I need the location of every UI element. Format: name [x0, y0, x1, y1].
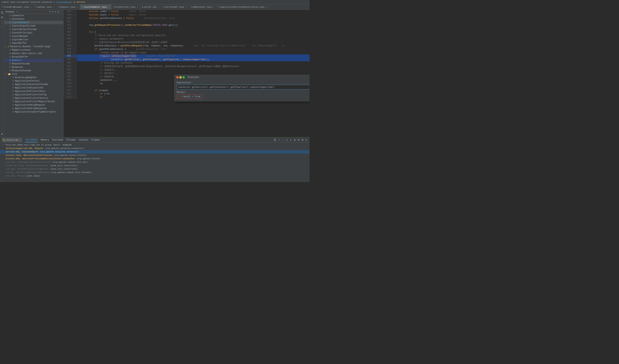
item-name: CoyotePrincipal [12, 31, 32, 34]
close-button-traffic[interactable] [176, 76, 179, 79]
debug-tab-variables[interactable]: Variables [25, 138, 38, 142]
stack-frame-5[interactable]: run:345, JIoEndpoint$SocketProcessor (or… [0, 160, 310, 164]
debug-close-icon[interactable]: ✕ [19, 139, 21, 141]
sidebar-item-applicationjspconfigdescriptor[interactable]: C ApplicationJspConfigDescriptor [4, 110, 63, 114]
tab-request[interactable]: C Request.java ✕ [56, 4, 80, 10]
sidebar-item-coyotereader[interactable]: C CoyoteReader [4, 35, 63, 38]
breadcrumb-java[interactable]: java [10, 1, 15, 3]
sidebar-item-applicationfilterconfig[interactable]: C ApplicationFilterConfig [4, 93, 63, 97]
sidebar-item-applicationhttpresponse[interactable]: C ApplicationHttpResponse [4, 107, 63, 110]
sidebar-item-constants[interactable]: C Constants [4, 17, 63, 21]
sidebar-item-request[interactable]: C Request [4, 59, 63, 62]
tab-httpservlet[interactable]: C HttpServlet.java ✕ [111, 4, 140, 10]
sort-icon[interactable]: ⇅ [55, 11, 56, 13]
settings-icon[interactable]: ⚙ [1, 133, 3, 136]
close-icon[interactable]: ✕ [30, 6, 32, 8]
code-editor[interactable]: 448 boolean comet = false; comet: false … [63, 10, 310, 137]
sidebar-item-mbeans[interactable]: ⚙ mbeans-descriptors.xml [4, 52, 63, 55]
c-type-icon: C [13, 77, 14, 79]
sidebar-item-inputbuffer[interactable]: C InputBuffer [4, 42, 63, 45]
close-icon[interactable]: ✕ [158, 6, 159, 8]
project-dropdown-icon[interactable]: ▾ [16, 11, 18, 13]
collapse-icon[interactable]: − [60, 11, 62, 13]
sidebar-item-responsefacade[interactable]: C ResponseFacade [4, 69, 63, 72]
sidebar-item-coyoteadapter[interactable]: C CoyoteAdapter [4, 21, 63, 24]
breadcrumb-tomcat[interactable]: tomcat [1, 1, 9, 3]
sidebar-item-coyotewriter[interactable]: C CoyoteWriter [4, 38, 63, 42]
sidebar-item-applicationfilterfactory[interactable]: C ApplicationFilterFactory [4, 97, 63, 100]
breadcrumb-apache[interactable]: apache [21, 1, 29, 3]
close-icon[interactable]: ✕ [186, 6, 187, 8]
close-icon[interactable]: ✕ [77, 6, 78, 8]
collapse-icon[interactable]: ⊟ [297, 138, 300, 142]
tab-standardwrapper[interactable]: C StandardWrapper.java ✕ [0, 4, 34, 10]
debug-tab-threads[interactable]: Threads [66, 138, 76, 142]
sidebar-item-applicationcontextfacade[interactable]: C ApplicationContextFacade [4, 83, 63, 86]
sidebar-item-connector[interactable]: C Connector [4, 14, 63, 17]
sidebar-item-outputbuffer[interactable]: C OutputBuffer [4, 55, 63, 59]
sidebar-item-response[interactable]: C Response [4, 66, 63, 69]
debug-tab-memory[interactable]: Memory [41, 138, 49, 142]
step-out-icon[interactable]: ↥ [289, 138, 292, 142]
debug-tab-overhead[interactable]: Overhead [52, 138, 63, 142]
stack-frame-7[interactable]: run:624, ThreadPoolExecutor$Worker (java… [0, 167, 310, 171]
sidebar-item-coyoteprincipal[interactable]: C CoyotePrincipal [4, 31, 63, 35]
step-over-icon[interactable]: ⤵ [286, 138, 288, 142]
stack-frame-6[interactable]: runWorker:1149, ThreadPoolExecutor (java… [0, 164, 310, 167]
stack-frame-9[interactable]: run:748, Thread (java.lang) [0, 174, 310, 178]
sidebar-item-core-folder[interactable]: ▼ 📁 core [4, 72, 63, 76]
stack-frame-3[interactable]: process:1183, AbstractHttp11Processor (o… [0, 154, 310, 157]
tab-applicationservlet[interactable]: C ApplicationServletRegistration.java ✕ [216, 4, 269, 10]
sidebar-item-accesslogadapter[interactable]: C AccessLogAdapter [4, 76, 63, 79]
up-icon[interactable]: ↑ [278, 138, 281, 142]
item-name: Resource Bundle 'LocalStrings' [10, 45, 52, 48]
debug-tab-frames[interactable]: Frames [92, 138, 100, 142]
scope-icon[interactable]: ⊙ [49, 11, 51, 13]
debug-tab-console[interactable]: Console [79, 138, 88, 142]
stack-frame-4[interactable]: process:658, AbstractProtocol$AbstractCo… [0, 157, 310, 160]
hierarchy-icon[interactable]: ⋮ [1, 20, 3, 24]
stack-frame-1[interactable]: setAsyncSupported:459, Request (org.apac… [0, 147, 310, 150]
minimize-button-traffic[interactable] [179, 76, 182, 79]
expression-input[interactable] [177, 85, 310, 89]
sidebar-item-applicationdispatcher[interactable]: C ApplicationDispatcher [4, 86, 63, 90]
sidebar-item-applicationfilterregistration[interactable]: C ApplicationFilterRegistration [4, 100, 63, 103]
sidebar-item-mapperlistener[interactable]: C MapperListener [4, 48, 63, 52]
tab-webxml[interactable]: C WebXml.java ✕ [34, 4, 56, 10]
close-icon[interactable]: ✕ [108, 6, 109, 8]
tab-serverxml[interactable]: ⚙ server.xml ✕ [140, 4, 161, 10]
breadcrumb-connector[interactable]: connector [41, 1, 53, 3]
tab-webruleset[interactable]: C WebRuleSet.java ✕ [189, 4, 216, 10]
sidebar-item-localstrings[interactable]: ▶ R Resource Bundle 'LocalStrings' [4, 45, 63, 48]
expand-icon[interactable]: ⊕ [293, 138, 296, 142]
structure-icon[interactable]: ⊞ [1, 16, 3, 19]
sidebar-item-requestfacade[interactable]: C RequestFacade [4, 62, 63, 66]
close-icon[interactable]: ✕ [266, 6, 267, 8]
breadcrumb-catalina[interactable]: catalina [30, 1, 40, 3]
close-icon[interactable]: ✕ [213, 6, 214, 8]
breadcrumb-service[interactable]: m service [74, 1, 85, 3]
tab-servletdef[interactable]: C ServletDef.java ✕ [161, 4, 189, 10]
sidebar-item-coyoteinputstream[interactable]: C CoyoteInputStream [4, 24, 63, 28]
down-icon[interactable]: ↓ [281, 138, 285, 142]
settings-icon[interactable]: ⚙ [301, 138, 304, 142]
breadcrumb-org[interactable]: org [16, 1, 20, 3]
sidebar-item-coyoteoutputstream[interactable]: C CoyoteOutputStream [4, 28, 63, 31]
item-name: OutputBuffer [12, 56, 28, 58]
breadcrumb-coyoteadapter[interactable]: ⊙ CoyoteAdapter [54, 1, 73, 3]
close-icon[interactable]: ✕ [53, 6, 54, 8]
favorites-icon[interactable]: ☆ [1, 25, 3, 28]
sidebar-item-applicationhttprequest[interactable]: C ApplicationHttpRequest [4, 103, 63, 107]
close-icon[interactable]: ✕ [137, 6, 138, 8]
close-icon[interactable]: ✕ [305, 138, 308, 142]
sidebar-item-applicationcontext[interactable]: C ApplicationContext [4, 79, 63, 83]
filter-icon[interactable]: ☰ [273, 138, 277, 142]
tab-coyoteadapter[interactable]: C CoyoteAdapter.java ✕ [80, 4, 111, 10]
project-icon[interactable]: ☰ [1, 11, 3, 14]
stack-frame-8[interactable]: run:61, TaskThread$WrappingRunnable (org… [0, 171, 310, 174]
maximize-button-traffic[interactable] [183, 76, 185, 79]
stack-frame-2[interactable]: service:461, CoyoteAdapter (org.apache.c… [0, 150, 310, 154]
gear-icon[interactable]: ⚙ [58, 11, 59, 13]
flatten-icon[interactable]: ≡ [52, 11, 54, 13]
sidebar-item-applicationfilterchain[interactable]: C ApplicationFilterChain [4, 90, 63, 93]
